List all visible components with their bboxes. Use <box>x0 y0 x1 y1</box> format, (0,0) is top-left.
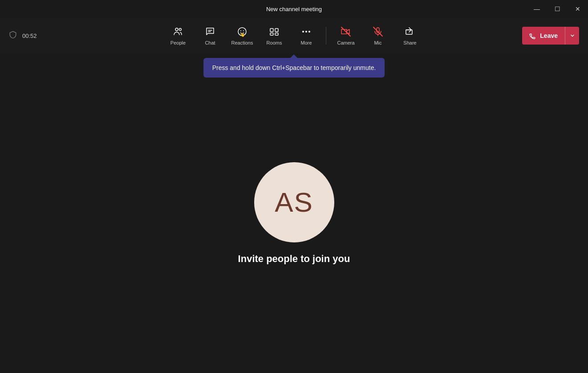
svg-rect-9 <box>275 29 278 32</box>
people-label: People <box>170 41 186 45</box>
camera-button[interactable]: Camera <box>330 20 362 52</box>
title-bar: New channel meeting — ☐ ✕ <box>0 0 588 18</box>
chat-button[interactable]: Chat <box>194 20 226 52</box>
close-button[interactable]: ✕ <box>568 0 588 18</box>
svg-point-5 <box>240 30 241 31</box>
rooms-label: Rooms <box>267 41 282 45</box>
leave-button-group[interactable]: Leave <box>522 27 579 45</box>
people-button[interactable]: People <box>162 20 194 52</box>
svg-rect-11 <box>275 33 278 35</box>
chat-icon <box>205 26 215 39</box>
toolbar: 00:52 People C <box>0 18 588 53</box>
minimize-button[interactable]: — <box>527 0 547 18</box>
more-label: More <box>300 41 312 45</box>
mic-off-icon <box>373 26 383 39</box>
shield-icon <box>9 31 17 41</box>
toolbar-divider <box>326 27 326 45</box>
avatar-initials: AS <box>275 186 313 218</box>
svg-point-13 <box>305 31 307 33</box>
svg-rect-10 <box>270 33 273 35</box>
leave-main-button[interactable]: Leave <box>522 27 565 45</box>
reactions-icon: 👋 <box>237 26 247 39</box>
people-icon <box>173 26 183 39</box>
toolbar-left: 00:52 <box>9 31 37 41</box>
share-button[interactable]: Share <box>394 20 426 52</box>
svg-point-0 <box>175 28 178 31</box>
invite-text: Invite people to join you <box>238 253 350 265</box>
mic-button[interactable]: Mic <box>362 20 394 52</box>
meeting-timer: 00:52 <box>22 33 37 39</box>
window-title: New channel meeting <box>266 6 322 12</box>
share-icon <box>405 26 415 39</box>
reactions-label: Reactions <box>231 41 253 45</box>
mic-label: Mic <box>374 41 381 45</box>
unmute-tooltip: Press and hold down Ctrl+Spacebar to tem… <box>203 58 385 78</box>
more-button[interactable]: More <box>290 20 322 52</box>
tooltip-text: Press and hold down Ctrl+Spacebar to tem… <box>212 64 376 71</box>
leave-chevron-button[interactable] <box>565 27 579 45</box>
svg-text:👋: 👋 <box>240 32 245 37</box>
camera-off-icon <box>341 26 351 39</box>
chevron-down-icon <box>570 33 575 38</box>
svg-point-12 <box>302 31 304 33</box>
toolbar-right: Leave <box>522 27 579 45</box>
more-icon <box>301 26 312 39</box>
svg-point-6 <box>243 30 244 31</box>
toolbar-center: People Chat 👋 <box>162 20 426 52</box>
avatar: AS <box>254 162 334 242</box>
svg-line-15 <box>341 27 350 36</box>
main-content: AS Invite people to join you <box>0 53 588 373</box>
window-controls: — ☐ ✕ <box>527 0 588 18</box>
leave-label: Leave <box>540 32 558 39</box>
svg-point-1 <box>179 28 182 30</box>
svg-rect-8 <box>270 29 273 32</box>
rooms-button[interactable]: Rooms <box>258 20 290 52</box>
maximize-button[interactable]: ☐ <box>547 0 568 18</box>
share-label: Share <box>403 41 416 45</box>
leave-phone-icon <box>529 32 536 39</box>
svg-point-14 <box>308 31 310 33</box>
reactions-button[interactable]: 👋 Reactions <box>226 20 258 52</box>
chat-label: Chat <box>205 41 215 45</box>
rooms-icon <box>269 26 280 39</box>
camera-label: Camera <box>337 41 354 45</box>
